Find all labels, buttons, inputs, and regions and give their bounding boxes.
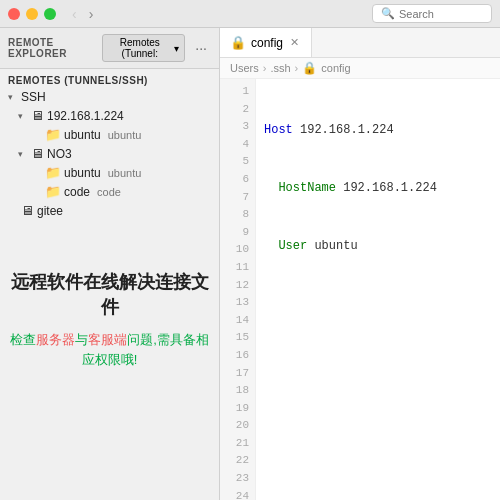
line-num-6: 6	[220, 171, 249, 189]
sidebar-item-ssh[interactable]: ▾ SSH	[0, 88, 219, 106]
overlay-subtitle: 检查服务器与客服端问题,需具备相应权限哦!	[10, 330, 209, 369]
breadcrumb: Users › .ssh › 🔒 config	[220, 58, 500, 79]
breadcrumb-lock-icon: 🔒	[302, 61, 317, 75]
sidebar-item-ubuntu-1[interactable]: 📁 ubuntu ubuntu	[0, 125, 219, 144]
host1-label: 192.168.1.224	[47, 109, 124, 123]
code-line-3: User ubuntu	[264, 237, 492, 256]
line-num-3: 3	[220, 118, 249, 136]
breadcrumb-ssh: .ssh	[270, 62, 290, 74]
expand-arrow-ssh: ▾	[8, 92, 18, 102]
line-num-2: 2	[220, 101, 249, 119]
ssh-label: SSH	[21, 90, 46, 104]
gitee-label: gitee	[37, 204, 63, 218]
computer-icon-no3: 🖥	[31, 146, 44, 161]
tab-label: config	[251, 36, 283, 50]
main-layout: REMOTE EXPLORER Remotes (Tunnel: ▾ ··· R…	[0, 28, 500, 500]
line-num-17: 17	[220, 365, 249, 383]
line-num-19: 19	[220, 400, 249, 418]
lock-icon-tab: 🔒	[230, 35, 246, 50]
sidebar-item-192-168-1-224[interactable]: ▾ 🖥 192.168.1.224	[0, 106, 219, 125]
close-button[interactable]	[8, 8, 20, 20]
ubuntu-no3-label: ubuntu	[64, 166, 101, 180]
section-label: REMOTES (TUNNELS/SSH)	[0, 69, 219, 88]
sidebar-header: REMOTE EXPLORER Remotes (Tunnel: ▾ ···	[0, 28, 219, 69]
code-line-4	[264, 294, 492, 313]
computer-icon: 🖥	[31, 108, 44, 123]
maximize-button[interactable]	[44, 8, 56, 20]
more-options-button[interactable]: ···	[191, 40, 211, 56]
code-line-7	[264, 467, 492, 486]
line-num-1: 1	[220, 83, 249, 101]
line-num-7: 7	[220, 189, 249, 207]
ubuntu-no3-sublabel: ubuntu	[108, 167, 142, 179]
line-num-18: 18	[220, 382, 249, 400]
sidebar-item-no3[interactable]: ▾ 🖥 NO3	[0, 144, 219, 163]
folder-icon-ubuntu-no3: 📁	[45, 165, 61, 180]
line-num-23: 23	[220, 470, 249, 488]
search-input[interactable]	[399, 8, 479, 20]
code-line-2: HostName 192.168.1.224	[264, 179, 492, 198]
code-line-5	[264, 352, 492, 371]
remote-explorer-label: REMOTE EXPLORER	[8, 37, 96, 59]
tab-bar: 🔒 config ✕	[220, 28, 500, 58]
expand-arrow-host1: ▾	[18, 111, 28, 121]
line-num-11: 11	[220, 259, 249, 277]
code-content[interactable]: Host 192.168.1.224 HostName 192.168.1.22…	[256, 79, 500, 500]
sidebar: REMOTE EXPLORER Remotes (Tunnel: ▾ ··· R…	[0, 28, 220, 500]
line-num-20: 20	[220, 417, 249, 435]
ubuntu1-sublabel: ubuntu	[108, 129, 142, 141]
computer-icon-gitee: 🖥	[21, 203, 34, 218]
line-num-9: 9	[220, 224, 249, 242]
line-num-5: 5	[220, 153, 249, 171]
line-num-24: 24	[220, 488, 249, 500]
sidebar-overlay: 远程软件在线解决连接文件 检查服务器与客服端问题,需具备相应权限哦!	[0, 260, 219, 379]
folder-icon-ubuntu1: 📁	[45, 127, 61, 142]
editor-content[interactable]: 1 2 3 4 5 6 7 8 9 10 11 12 13 14 15 16 1…	[220, 79, 500, 500]
no3-label: NO3	[47, 147, 72, 161]
back-button[interactable]: ‹	[68, 6, 81, 22]
sidebar-item-gitee[interactable]: 🖥 gitee	[0, 201, 219, 220]
line-num-14: 14	[220, 312, 249, 330]
subtitle-server: 服务器	[36, 332, 75, 347]
line-num-4: 4	[220, 136, 249, 154]
search-box[interactable]: 🔍	[372, 4, 492, 23]
line-num-16: 16	[220, 347, 249, 365]
nav-buttons: ‹ ›	[68, 6, 97, 22]
minimize-button[interactable]	[26, 8, 38, 20]
line-num-21: 21	[220, 435, 249, 453]
expand-arrow-no3: ▾	[18, 149, 28, 159]
line-num-12: 12	[220, 277, 249, 295]
title-bar: ‹ › 🔍	[0, 0, 500, 28]
forward-button[interactable]: ›	[85, 6, 98, 22]
code-line-1: Host 192.168.1.224	[264, 121, 492, 140]
dropdown-label: Remotes (Tunnel:	[108, 37, 171, 59]
code-line-6	[264, 409, 492, 428]
sidebar-item-ubuntu-no3[interactable]: 📁 ubuntu ubuntu	[0, 163, 219, 182]
editor-panel: 🔒 config ✕ Users › .ssh › 🔒 config 1 2 3…	[220, 28, 500, 500]
breadcrumb-users: Users	[230, 62, 259, 74]
line-num-13: 13	[220, 294, 249, 312]
breadcrumb-sep-1: ›	[263, 62, 267, 74]
tab-config[interactable]: 🔒 config ✕	[220, 28, 312, 57]
remote-dropdown[interactable]: Remotes (Tunnel: ▾	[102, 34, 185, 62]
traffic-lights	[8, 8, 56, 20]
line-numbers: 1 2 3 4 5 6 7 8 9 10 11 12 13 14 15 16 1…	[220, 79, 256, 500]
line-num-8: 8	[220, 206, 249, 224]
code-label: code	[64, 185, 90, 199]
search-icon: 🔍	[381, 7, 395, 20]
line-num-15: 15	[220, 329, 249, 347]
breadcrumb-config: config	[321, 62, 350, 74]
code-sublabel: code	[97, 186, 121, 198]
chevron-down-icon: ▾	[174, 43, 179, 54]
line-num-10: 10	[220, 241, 249, 259]
tab-close-button[interactable]: ✕	[288, 35, 301, 50]
line-num-22: 22	[220, 452, 249, 470]
folder-icon-code: 📁	[45, 184, 61, 199]
subtitle-check: 检查	[10, 332, 36, 347]
overlay-title: 远程软件在线解决连接文件	[10, 270, 209, 320]
breadcrumb-sep-2: ›	[295, 62, 299, 74]
subtitle-and: 与	[75, 332, 88, 347]
subtitle-client: 客服端	[88, 332, 127, 347]
ubuntu1-label: ubuntu	[64, 128, 101, 142]
sidebar-item-code[interactable]: 📁 code code	[0, 182, 219, 201]
